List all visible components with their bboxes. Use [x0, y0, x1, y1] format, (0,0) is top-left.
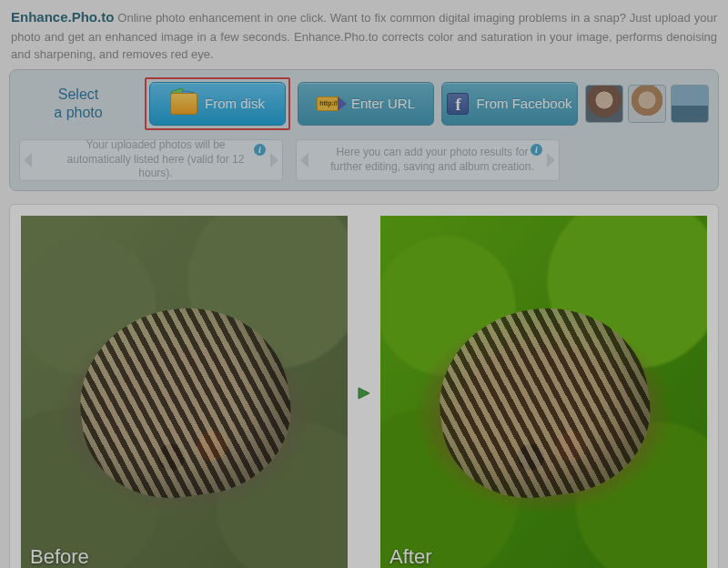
from-disk-highlight: From disk [145, 77, 290, 130]
chevron-left-icon[interactable] [300, 153, 308, 167]
after-image: After [380, 216, 707, 569]
after-caption: After [389, 545, 431, 569]
upload-panel: Select a photo From disk http:// Enter U… [9, 69, 719, 191]
chevron-right-icon[interactable] [270, 153, 278, 167]
folder-icon [170, 93, 197, 115]
from-disk-button[interactable]: From disk [149, 82, 286, 126]
sample-thumbnails [585, 85, 709, 123]
info-icon[interactable]: i [254, 144, 266, 156]
results-photos-info: i Here you can add your photo results fo… [296, 139, 560, 181]
sample-thumb-2[interactable] [628, 85, 666, 123]
before-image: Before [21, 216, 348, 569]
before-caption: Before [30, 545, 89, 569]
from-disk-label: From disk [205, 96, 265, 111]
url-icon: http:// [317, 95, 344, 113]
before-after-panel: Before After [9, 204, 719, 569]
info-icon[interactable]: i [531, 144, 542, 156]
facebook-icon: f [447, 93, 469, 115]
sample-thumb-1[interactable] [585, 85, 623, 123]
from-facebook-label: From Facebook [476, 96, 571, 111]
select-photo-label: Select a photo [19, 86, 137, 120]
uploaded-photos-info: i Your uploaded photos will be automatic… [19, 139, 283, 181]
from-facebook-button[interactable]: f From Facebook [441, 82, 578, 126]
results-info-text: Here you can add your photo results for … [313, 146, 551, 174]
arrow-right-icon [355, 384, 373, 405]
uploaded-info-text: Your uploaded photos will be automatical… [36, 138, 275, 181]
chevron-right-icon[interactable] [547, 153, 555, 167]
intro-text: Enhance.Pho.to Online photo enhancement … [9, 7, 719, 69]
enter-url-label: Enter URL [351, 96, 415, 111]
sample-thumb-3[interactable] [671, 85, 709, 123]
enter-url-button[interactable]: http:// Enter URL [298, 82, 434, 126]
chevron-left-icon[interactable] [24, 153, 32, 167]
svg-marker-0 [359, 388, 369, 399]
site-title: Enhance.Pho.to [11, 9, 114, 25]
intro-body: Online photo enhancement in one click. W… [11, 11, 717, 61]
